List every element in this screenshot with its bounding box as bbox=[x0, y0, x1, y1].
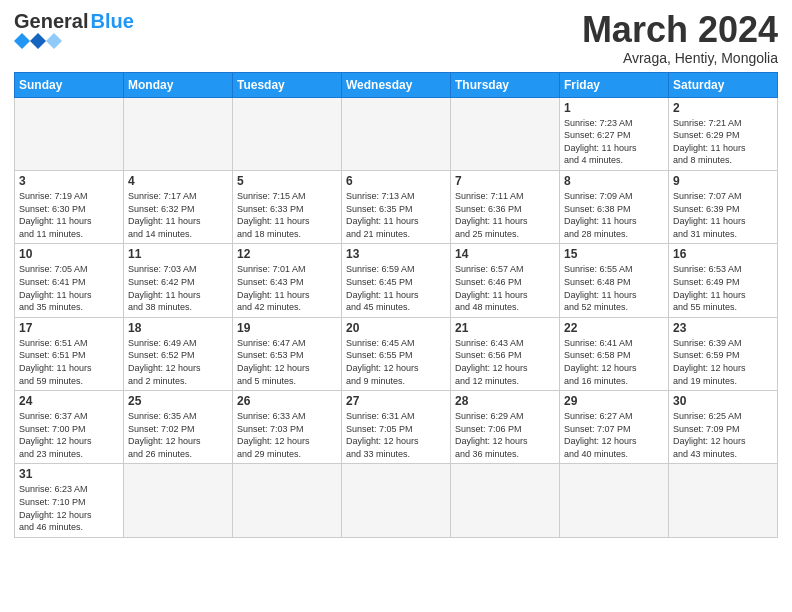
day-number: 18 bbox=[128, 321, 228, 335]
day-number: 31 bbox=[19, 467, 119, 481]
day-number: 15 bbox=[564, 247, 664, 261]
day-info: Sunrise: 6:35 AM Sunset: 7:02 PM Dayligh… bbox=[128, 410, 228, 460]
day-info: Sunrise: 7:07 AM Sunset: 6:39 PM Dayligh… bbox=[673, 190, 773, 240]
day-number: 2 bbox=[673, 101, 773, 115]
calendar-cell: 12Sunrise: 7:01 AM Sunset: 6:43 PM Dayli… bbox=[233, 244, 342, 317]
calendar-cell: 5Sunrise: 7:15 AM Sunset: 6:33 PM Daylig… bbox=[233, 170, 342, 243]
day-number: 8 bbox=[564, 174, 664, 188]
day-info: Sunrise: 7:13 AM Sunset: 6:35 PM Dayligh… bbox=[346, 190, 446, 240]
day-info: Sunrise: 7:03 AM Sunset: 6:42 PM Dayligh… bbox=[128, 263, 228, 313]
calendar-cell bbox=[233, 97, 342, 170]
calendar-cell: 30Sunrise: 6:25 AM Sunset: 7:09 PM Dayli… bbox=[669, 391, 778, 464]
calendar-cell: 8Sunrise: 7:09 AM Sunset: 6:38 PM Daylig… bbox=[560, 170, 669, 243]
day-info: Sunrise: 7:05 AM Sunset: 6:41 PM Dayligh… bbox=[19, 263, 119, 313]
day-number: 25 bbox=[128, 394, 228, 408]
day-number: 16 bbox=[673, 247, 773, 261]
calendar-cell: 27Sunrise: 6:31 AM Sunset: 7:05 PM Dayli… bbox=[342, 391, 451, 464]
calendar-cell: 11Sunrise: 7:03 AM Sunset: 6:42 PM Dayli… bbox=[124, 244, 233, 317]
calendar-cell: 1Sunrise: 7:23 AM Sunset: 6:27 PM Daylig… bbox=[560, 97, 669, 170]
calendar-table: Sunday Monday Tuesday Wednesday Thursday… bbox=[14, 72, 778, 538]
day-number: 29 bbox=[564, 394, 664, 408]
calendar-cell: 17Sunrise: 6:51 AM Sunset: 6:51 PM Dayli… bbox=[15, 317, 124, 390]
day-number: 14 bbox=[455, 247, 555, 261]
calendar-cell: 6Sunrise: 7:13 AM Sunset: 6:35 PM Daylig… bbox=[342, 170, 451, 243]
calendar-cell bbox=[124, 464, 233, 537]
day-number: 13 bbox=[346, 247, 446, 261]
logo: General Blue bbox=[14, 10, 134, 49]
header-monday: Monday bbox=[124, 72, 233, 97]
calendar-cell: 10Sunrise: 7:05 AM Sunset: 6:41 PM Dayli… bbox=[15, 244, 124, 317]
header-wednesday: Wednesday bbox=[342, 72, 451, 97]
day-info: Sunrise: 6:51 AM Sunset: 6:51 PM Dayligh… bbox=[19, 337, 119, 387]
calendar-cell: 2Sunrise: 7:21 AM Sunset: 6:29 PM Daylig… bbox=[669, 97, 778, 170]
day-number: 6 bbox=[346, 174, 446, 188]
calendar-cell: 28Sunrise: 6:29 AM Sunset: 7:06 PM Dayli… bbox=[451, 391, 560, 464]
calendar-cell bbox=[233, 464, 342, 537]
day-info: Sunrise: 6:39 AM Sunset: 6:59 PM Dayligh… bbox=[673, 337, 773, 387]
day-number: 3 bbox=[19, 174, 119, 188]
day-info: Sunrise: 7:01 AM Sunset: 6:43 PM Dayligh… bbox=[237, 263, 337, 313]
day-number: 4 bbox=[128, 174, 228, 188]
day-info: Sunrise: 6:33 AM Sunset: 7:03 PM Dayligh… bbox=[237, 410, 337, 460]
calendar-cell: 23Sunrise: 6:39 AM Sunset: 6:59 PM Dayli… bbox=[669, 317, 778, 390]
header-saturday: Saturday bbox=[669, 72, 778, 97]
calendar-cell: 22Sunrise: 6:41 AM Sunset: 6:58 PM Dayli… bbox=[560, 317, 669, 390]
calendar-cell: 26Sunrise: 6:33 AM Sunset: 7:03 PM Dayli… bbox=[233, 391, 342, 464]
day-info: Sunrise: 6:41 AM Sunset: 6:58 PM Dayligh… bbox=[564, 337, 664, 387]
day-info: Sunrise: 6:27 AM Sunset: 7:07 PM Dayligh… bbox=[564, 410, 664, 460]
calendar-cell: 13Sunrise: 6:59 AM Sunset: 6:45 PM Dayli… bbox=[342, 244, 451, 317]
day-info: Sunrise: 6:55 AM Sunset: 6:48 PM Dayligh… bbox=[564, 263, 664, 313]
calendar-cell bbox=[669, 464, 778, 537]
calendar-cell: 9Sunrise: 7:07 AM Sunset: 6:39 PM Daylig… bbox=[669, 170, 778, 243]
day-info: Sunrise: 6:47 AM Sunset: 6:53 PM Dayligh… bbox=[237, 337, 337, 387]
day-number: 5 bbox=[237, 174, 337, 188]
month-title: March 2024 bbox=[582, 10, 778, 50]
calendar-cell bbox=[451, 97, 560, 170]
calendar-cell: 18Sunrise: 6:49 AM Sunset: 6:52 PM Dayli… bbox=[124, 317, 233, 390]
logo-icon bbox=[14, 33, 64, 49]
calendar-cell: 16Sunrise: 6:53 AM Sunset: 6:49 PM Dayli… bbox=[669, 244, 778, 317]
day-number: 11 bbox=[128, 247, 228, 261]
logo-blue: Blue bbox=[90, 10, 133, 33]
day-number: 17 bbox=[19, 321, 119, 335]
calendar-cell: 31Sunrise: 6:23 AM Sunset: 7:10 PM Dayli… bbox=[15, 464, 124, 537]
calendar-cell: 14Sunrise: 6:57 AM Sunset: 6:46 PM Dayli… bbox=[451, 244, 560, 317]
day-number: 10 bbox=[19, 247, 119, 261]
day-number: 28 bbox=[455, 394, 555, 408]
day-info: Sunrise: 7:23 AM Sunset: 6:27 PM Dayligh… bbox=[564, 117, 664, 167]
day-info: Sunrise: 6:29 AM Sunset: 7:06 PM Dayligh… bbox=[455, 410, 555, 460]
calendar-cell bbox=[560, 464, 669, 537]
title-block: March 2024 Avraga, Hentiy, Mongolia bbox=[582, 10, 778, 66]
logo-general: General bbox=[14, 10, 88, 33]
header-tuesday: Tuesday bbox=[233, 72, 342, 97]
day-info: Sunrise: 6:25 AM Sunset: 7:09 PM Dayligh… bbox=[673, 410, 773, 460]
day-number: 20 bbox=[346, 321, 446, 335]
day-number: 24 bbox=[19, 394, 119, 408]
header: General Blue March 2024 Avraga, Hentiy, … bbox=[14, 10, 778, 66]
calendar-cell: 4Sunrise: 7:17 AM Sunset: 6:32 PM Daylig… bbox=[124, 170, 233, 243]
svg-marker-1 bbox=[30, 33, 46, 49]
day-number: 26 bbox=[237, 394, 337, 408]
header-thursday: Thursday bbox=[451, 72, 560, 97]
calendar-cell bbox=[342, 97, 451, 170]
day-info: Sunrise: 7:21 AM Sunset: 6:29 PM Dayligh… bbox=[673, 117, 773, 167]
calendar-cell bbox=[451, 464, 560, 537]
day-info: Sunrise: 6:45 AM Sunset: 6:55 PM Dayligh… bbox=[346, 337, 446, 387]
day-number: 12 bbox=[237, 247, 337, 261]
day-number: 9 bbox=[673, 174, 773, 188]
calendar-cell bbox=[15, 97, 124, 170]
header-sunday: Sunday bbox=[15, 72, 124, 97]
calendar-header-row: Sunday Monday Tuesday Wednesday Thursday… bbox=[15, 72, 778, 97]
day-info: Sunrise: 6:23 AM Sunset: 7:10 PM Dayligh… bbox=[19, 483, 119, 533]
calendar-cell: 15Sunrise: 6:55 AM Sunset: 6:48 PM Dayli… bbox=[560, 244, 669, 317]
day-number: 7 bbox=[455, 174, 555, 188]
calendar-cell bbox=[124, 97, 233, 170]
svg-marker-0 bbox=[14, 33, 30, 49]
day-info: Sunrise: 6:37 AM Sunset: 7:00 PM Dayligh… bbox=[19, 410, 119, 460]
day-info: Sunrise: 7:09 AM Sunset: 6:38 PM Dayligh… bbox=[564, 190, 664, 240]
day-info: Sunrise: 6:49 AM Sunset: 6:52 PM Dayligh… bbox=[128, 337, 228, 387]
calendar-cell: 25Sunrise: 6:35 AM Sunset: 7:02 PM Dayli… bbox=[124, 391, 233, 464]
day-info: Sunrise: 6:43 AM Sunset: 6:56 PM Dayligh… bbox=[455, 337, 555, 387]
calendar-cell bbox=[342, 464, 451, 537]
calendar-cell: 24Sunrise: 6:37 AM Sunset: 7:00 PM Dayli… bbox=[15, 391, 124, 464]
